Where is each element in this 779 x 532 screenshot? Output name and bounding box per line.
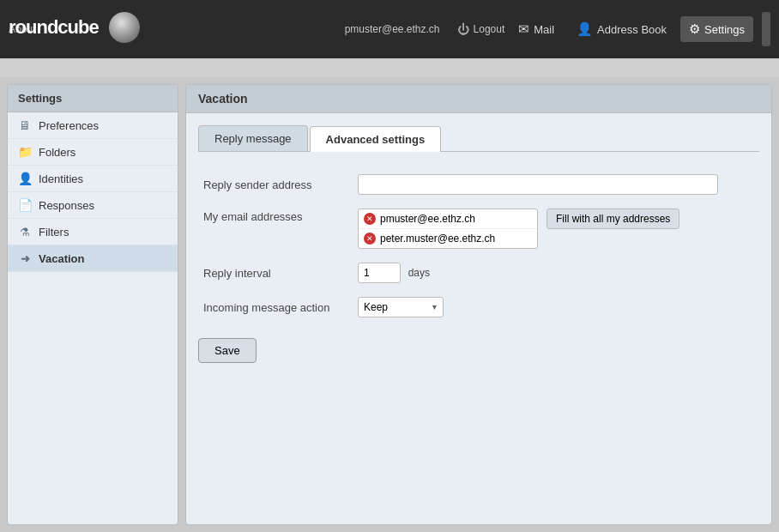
- nav-settings-label: Settings: [704, 23, 745, 36]
- sidebar-item-label-vacation: Vacation: [39, 252, 84, 265]
- nav-mail-label: Mail: [534, 23, 554, 36]
- email-address-1: peter.muster@ee.ethz.ch: [380, 233, 495, 245]
- my-email-addresses-label: My email addresses: [203, 210, 303, 223]
- sidebar-item-vacation[interactable]: ➜ Vacation: [8, 245, 178, 272]
- nav-address-book-button[interactable]: 👤 Address Book: [568, 16, 675, 42]
- logo-text: roundcube: [9, 16, 99, 39]
- person-nav-icon: 👤: [577, 21, 593, 37]
- email-list-item-1: ✕ peter.muster@ee.ethz.ch: [359, 229, 537, 248]
- gray-band: [0, 58, 779, 77]
- incoming-action-select[interactable]: Keep Discard Redirect: [358, 297, 444, 317]
- content-title: Vacation: [186, 85, 771, 113]
- tab-advanced-settings[interactable]: Advanced settings: [310, 126, 442, 152]
- reply-sender-label: Reply sender address: [203, 178, 311, 191]
- nav-address-book-label: Address Book: [597, 23, 667, 36]
- logout-button[interactable]: ⏻ Logout: [457, 22, 505, 36]
- responses-icon: 📄: [18, 198, 32, 212]
- topbar: About roundcube pmuster@ee.ethz.ch ⏻ Log…: [0, 0, 779, 58]
- remove-email-0-button[interactable]: ✕: [364, 213, 376, 225]
- vacation-icon: ➜: [18, 251, 32, 265]
- sidebar-item-label-responses: Responses: [39, 199, 94, 212]
- nav-mail-button[interactable]: ✉ Mail: [510, 16, 563, 42]
- settings-form: Reply sender address My email addresses: [198, 167, 759, 324]
- sidebar-item-folders[interactable]: 📁 Folders: [8, 139, 178, 166]
- save-button[interactable]: Save: [198, 338, 257, 363]
- my-email-addresses-row: My email addresses ✕ pmuster@ee.ethz.ch …: [198, 202, 759, 256]
- reply-interval-row: Reply interval days: [198, 256, 759, 290]
- power-icon: ⏻: [457, 22, 469, 36]
- logo-ball: [109, 12, 140, 43]
- user-display: pmuster@ee.ethz.ch: [345, 23, 440, 35]
- sidebar-item-label-identities: Identities: [39, 172, 83, 185]
- sidebar-item-label-folders: Folders: [39, 146, 75, 159]
- main-area: Settings 🖥 Preferences 📁 Folders 👤 Ident…: [0, 77, 779, 532]
- sidebar-item-filters[interactable]: ⚗ Filters: [8, 219, 178, 245]
- incoming-action-select-wrapper: Keep Discard Redirect: [358, 297, 444, 317]
- reply-interval-input[interactable]: [358, 263, 401, 283]
- sidebar-title: Settings: [8, 85, 178, 112]
- identities-icon: 👤: [18, 172, 32, 185]
- mail-icon: ✉: [518, 21, 529, 37]
- remove-email-1-button[interactable]: ✕: [364, 233, 376, 245]
- email-list: ✕ pmuster@ee.ethz.ch ✕ peter.muster@ee.e…: [358, 209, 538, 249]
- content-body: Reply message Advanced settings Reply se…: [186, 113, 771, 524]
- reply-sender-row: Reply sender address: [198, 167, 759, 202]
- sidebar-item-identities[interactable]: 👤 Identities: [8, 166, 178, 192]
- email-list-item-0: ✕ pmuster@ee.ethz.ch: [359, 209, 537, 229]
- incoming-action-label: Incoming message action: [203, 301, 329, 314]
- fill-addresses-button[interactable]: Fill with all my addresses: [547, 209, 679, 229]
- topbar-nav: pmuster@ee.ethz.ch ⏻ Logout ✉ Mail 👤 Add…: [345, 12, 770, 46]
- sidebar-item-preferences[interactable]: 🖥 Preferences: [8, 112, 178, 139]
- email-addresses-cell: ✕ pmuster@ee.ethz.ch ✕ peter.muster@ee.e…: [358, 209, 754, 249]
- filters-icon: ⚗: [18, 225, 32, 239]
- incoming-action-row: Incoming message action Keep Discard Red…: [198, 290, 759, 324]
- tab-reply-message[interactable]: Reply message: [198, 125, 308, 151]
- nav-settings-button[interactable]: ⚙ Settings: [680, 16, 753, 42]
- email-address-0: pmuster@ee.ethz.ch: [380, 213, 475, 225]
- monitor-icon: 🖥: [18, 118, 32, 132]
- sidebar: Settings 🖥 Preferences 📁 Folders 👤 Ident…: [7, 84, 178, 525]
- logout-label: Logout: [474, 23, 505, 35]
- sidebar-item-label-preferences: Preferences: [39, 119, 99, 132]
- logo: roundcube: [9, 12, 140, 43]
- reply-sender-input[interactable]: [358, 174, 718, 195]
- scroll-indicator: [762, 12, 770, 46]
- folder-icon: 📁: [18, 145, 32, 159]
- content-panel: Vacation Reply message Advanced settings…: [185, 84, 772, 525]
- tabs: Reply message Advanced settings: [198, 125, 759, 152]
- gear-nav-icon: ⚙: [689, 21, 700, 37]
- sidebar-item-responses[interactable]: 📄 Responses: [8, 192, 178, 219]
- reply-interval-label: Reply interval: [203, 267, 271, 280]
- days-label: days: [408, 267, 430, 279]
- sidebar-item-label-filters: Filters: [39, 226, 69, 239]
